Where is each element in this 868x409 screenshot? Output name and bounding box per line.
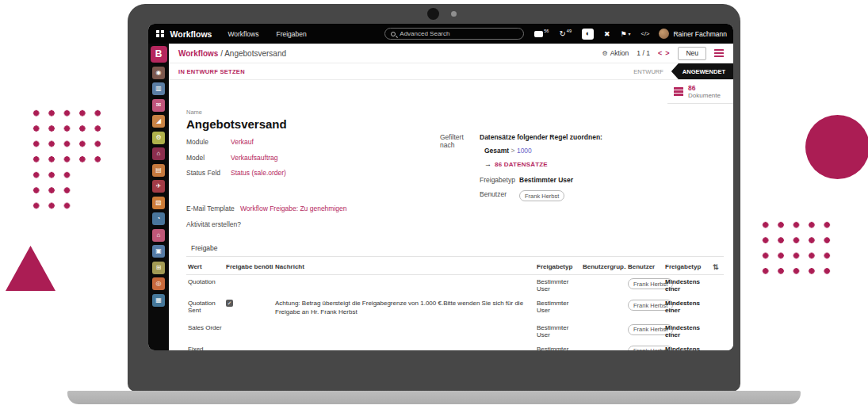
- col-freigabe-benoetigt[interactable]: Freigabe benöti...: [224, 260, 273, 275]
- sidebar-app-report[interactable]: ▦: [152, 294, 165, 307]
- col-benutzergruppe[interactable]: Benutzergrup...: [581, 260, 626, 275]
- laptop-camera: [427, 8, 439, 20]
- sidebar-app-media[interactable]: ▣: [152, 245, 165, 258]
- table-row[interactable]: Quotation Bestimmter User Frank Herbst M…: [186, 274, 724, 296]
- sidebar-app-settings[interactable]: ⚙: [152, 132, 165, 144]
- chevron-down-icon: ▾: [629, 31, 631, 36]
- col-freigabetyp-2[interactable]: Freigabetyp: [663, 260, 711, 275]
- button-box: 86 Dokumente: [169, 80, 733, 104]
- sidebar-app-web[interactable]: ◎: [152, 277, 165, 290]
- documents-label: Dokumente: [688, 92, 721, 99]
- breadcrumb-bar: Workflows / Angebotsversand ⚙Aktion 1 / …: [169, 44, 733, 63]
- dots-grid-right: [758, 217, 836, 279]
- flag-menu[interactable]: ⚑▾: [621, 30, 631, 38]
- col-nachricht[interactable]: Nachricht: [273, 260, 535, 275]
- name-label: Name: [186, 109, 724, 116]
- documents-icon: [674, 87, 683, 95]
- refresh-icon[interactable]: ↻49: [559, 30, 572, 38]
- filter-rule-value[interactable]: 1000: [517, 147, 532, 155]
- state-angewendet[interactable]: ANGEWENDET: [671, 63, 733, 79]
- records-link[interactable]: → 86 DATENSÄTZE: [484, 160, 602, 168]
- dots-grid-left-top: [29, 105, 107, 167]
- col-freigabetyp[interactable]: Freigabetyp: [535, 260, 581, 275]
- breadcrumb: Workflows / Angebotsversand: [178, 49, 286, 58]
- chat-badge: 56: [544, 29, 549, 33]
- circle-decoration: [805, 115, 868, 179]
- sidebar-app-workflows[interactable]: B: [151, 46, 167, 63]
- sidebar-app-folder[interactable]: ▧: [152, 197, 165, 209]
- documents-stat-button[interactable]: 86 Dokumente: [667, 80, 733, 104]
- sidebar-app-send[interactable]: ✈: [152, 180, 165, 193]
- laptop-camera-led: [451, 11, 457, 17]
- optional-columns-icon[interactable]: ⇅: [711, 260, 724, 275]
- record-title[interactable]: Angebotsversand: [186, 117, 724, 131]
- menu-freigaben[interactable]: Freigaben: [276, 30, 306, 38]
- tools-icon[interactable]: ✖: [604, 30, 610, 38]
- table-row[interactable]: Sales Order Bestimmter User Frank Herbst…: [186, 320, 724, 342]
- sidebar-app-kanban[interactable]: ▥: [152, 82, 165, 95]
- user-avatar[interactable]: [659, 29, 669, 39]
- search-input[interactable]: Advanced Search: [384, 28, 524, 40]
- new-button[interactable]: Neu: [678, 47, 706, 60]
- filter-rule[interactable]: Gesamt > 1000: [484, 147, 602, 155]
- main-content: Workflows / Angebotsversand ⚙Aktion 1 / …: [169, 44, 733, 350]
- activity-label: Aktivität erstellen?: [186, 220, 724, 228]
- col-benutzer[interactable]: Benutzer: [626, 260, 663, 275]
- chat-icon[interactable]: 56: [534, 31, 549, 37]
- status-field-link[interactable]: Status (sale.order): [231, 169, 286, 177]
- dots-grid-left-bottom: [29, 167, 76, 214]
- model-link[interactable]: Verkaufsauftrag: [231, 154, 278, 162]
- table-row[interactable]: Fixed Bestimmter User Frank Herbst Minde…: [186, 342, 724, 350]
- module-link[interactable]: Verkauf: [231, 138, 254, 146]
- approval-lines-table: Wert Freigabe benöti... Nachricht Freiga…: [186, 260, 724, 351]
- contrast-toggle[interactable]: ◐: [582, 29, 594, 40]
- laptop-base: [67, 391, 801, 404]
- gear-icon: ⚙: [602, 50, 608, 57]
- sidebar-app-home[interactable]: ⌂: [152, 147, 165, 160]
- sidebar-app-documents[interactable]: ▤: [152, 164, 165, 177]
- triangle-decoration: [6, 246, 55, 291]
- app-brand[interactable]: Workflows: [170, 29, 212, 39]
- flag-icon: ⚑: [621, 30, 627, 38]
- breadcrumb-separator: /: [220, 49, 223, 58]
- state-entwurf[interactable]: ENTWURF: [633, 68, 663, 75]
- breadcrumb-current: Angebotsversand: [224, 49, 286, 58]
- list-view-icon[interactable]: [714, 49, 724, 57]
- sidebar-app-chart[interactable]: ◢: [152, 115, 165, 128]
- code-icon[interactable]: </>: [641, 30, 650, 37]
- filter-column: Gefiltert nach Datensätze folgender Rege…: [440, 133, 602, 208]
- sidebar-app-share[interactable]: ◉: [152, 67, 165, 79]
- tab-freigabe[interactable]: Freigabe: [186, 242, 223, 256]
- filter-label: Gefiltert nach: [440, 133, 480, 208]
- record-form: Name Angebotsversand Module Verkauf Mode…: [169, 104, 733, 228]
- col-wert[interactable]: Wert: [186, 260, 224, 275]
- app-window: Workflows Workflows Freigaben Advanced S…: [148, 24, 733, 350]
- sidebar-app-chat[interactable]: ✉: [152, 99, 165, 112]
- apps-grid-icon[interactable]: [156, 30, 164, 38]
- breadcrumb-root[interactable]: Workflows: [178, 49, 218, 58]
- field-benutzer: Benutzer Frank Herbst: [480, 190, 602, 201]
- sidebar-app-time[interactable]: ◔: [152, 212, 165, 225]
- table-header-row: Wert Freigabe benöti... Nachricht Freiga…: [186, 260, 724, 275]
- user-tag[interactable]: Frank Herbst: [519, 190, 564, 201]
- sidebar-app-realestate[interactable]: ⌂: [152, 229, 165, 242]
- notebook-tabs: Freigabe: [186, 239, 724, 257]
- action-menu[interactable]: ⚙Aktion: [602, 49, 629, 57]
- pager-prev-button[interactable]: <: [658, 49, 663, 57]
- refresh-badge: 49: [567, 29, 572, 33]
- user-name[interactable]: Rainer Fachmann: [673, 30, 727, 38]
- app-sidebar: B ◉ ▥ ✉ ◢ ⚙ ⌂ ▤ ✈ ▧ ◔ ⌂ ▣ ⊞ ◎ ▦: [148, 44, 169, 350]
- status-bar: IN ENTWURF SETZEN ENTWURF ANGEWENDET: [169, 63, 733, 80]
- checkbox-checked-icon[interactable]: ✓: [226, 300, 233, 307]
- documents-count: 86: [688, 85, 721, 92]
- email-template-link[interactable]: Workflow Freigabe: Zu genehmigen: [240, 204, 347, 212]
- menu-workflows[interactable]: Workflows: [228, 30, 258, 38]
- pager-count: 1 / 1: [637, 49, 650, 57]
- sidebar-app-calc[interactable]: ⊞: [152, 262, 165, 274]
- pager-next-button[interactable]: >: [665, 49, 670, 57]
- top-nav-bar: Workflows Workflows Freigaben Advanced S…: [148, 24, 733, 44]
- table-row[interactable]: Quotation Sent ✓ Achtung: Betrag überste…: [186, 296, 724, 321]
- field-freigabetyp: Freigabetyp Bestimmter User: [480, 176, 602, 184]
- set-draft-button[interactable]: IN ENTWURF SETZEN: [178, 68, 245, 75]
- stage: Workflows Workflows Freigaben Advanced S…: [0, 0, 868, 409]
